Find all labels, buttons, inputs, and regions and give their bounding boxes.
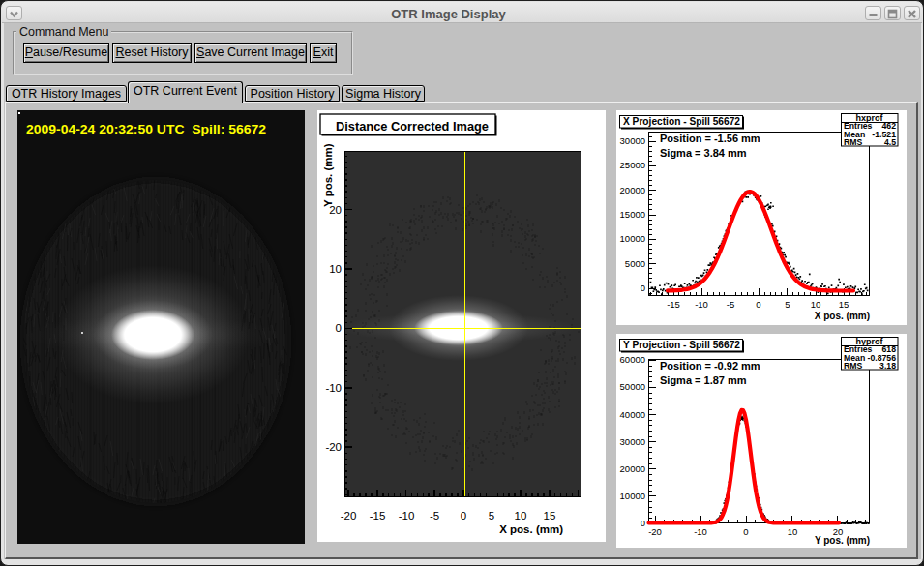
svg-text:-10: -10 [325, 382, 342, 394]
svg-text:-20: -20 [325, 441, 342, 453]
svg-text:10000: 10000 [620, 233, 645, 244]
svg-text:-15: -15 [667, 299, 680, 310]
svg-text:10: 10 [515, 510, 527, 521]
svg-text:20000: 20000 [620, 463, 645, 474]
svg-text:0: 0 [756, 299, 760, 310]
svg-text:50000: 50000 [620, 381, 645, 392]
svg-text:-20: -20 [341, 510, 357, 521]
svg-text:15000: 15000 [620, 209, 645, 220]
svg-text:5: 5 [489, 510, 494, 521]
svg-text:30000: 30000 [620, 436, 645, 447]
svg-text:60000: 60000 [620, 354, 645, 365]
svg-text:20000: 20000 [620, 185, 645, 195]
svg-text:-20: -20 [648, 526, 662, 537]
svg-text:2009-04-24 20:32:50 UTC Spill: 2009-04-24 20:32:50 UTC Spill: 56672 [26, 122, 266, 136]
svg-text:3.18: 3.18 [879, 361, 896, 371]
svg-text:15: 15 [544, 510, 556, 521]
svg-text:X pos. (mm): X pos. (mm) [499, 523, 563, 535]
svg-text:10: 10 [329, 263, 342, 275]
svg-text:-5: -5 [727, 299, 734, 310]
svg-text:Sigma = 1.87 mm: Sigma = 1.87 mm [660, 374, 747, 386]
svg-text:5: 5 [785, 299, 790, 310]
svg-text:30000: 30000 [620, 135, 645, 146]
svg-text:Position = -0.92 mm: Position = -0.92 mm [660, 360, 760, 372]
svg-text:Sigma = 3.84 mm: Sigma = 3.84 mm [660, 147, 747, 159]
svg-text:Y pos. (mm): Y pos. (mm) [322, 143, 334, 207]
svg-text:40000: 40000 [620, 409, 645, 420]
svg-text:X pos. (mm): X pos. (mm) [815, 311, 870, 321]
svg-text:RMS: RMS [844, 137, 863, 147]
svg-text:-5: -5 [430, 510, 439, 521]
svg-text:RMS: RMS [844, 361, 863, 371]
svg-text:-10: -10 [399, 510, 415, 521]
svg-text:4.5: 4.5 [884, 137, 896, 147]
svg-text:-10: -10 [694, 526, 707, 537]
svg-text:0: 0 [336, 322, 342, 334]
svg-text:-10: -10 [695, 299, 708, 310]
svg-text:Y pos. (mm): Y pos. (mm) [815, 535, 870, 546]
svg-text:15: 15 [839, 299, 849, 310]
svg-text:0: 0 [641, 518, 645, 528]
svg-text:Position = -1.56 mm: Position = -1.56 mm [660, 133, 760, 144]
svg-text:0: 0 [461, 510, 466, 521]
svg-text:Y Projection - Spill 56672: Y Projection - Spill 56672 [623, 339, 740, 350]
svg-text:25000: 25000 [620, 160, 645, 170]
svg-text:10000: 10000 [620, 491, 645, 501]
svg-text:0: 0 [641, 283, 645, 293]
svg-text:10: 10 [811, 299, 821, 310]
svg-text:X Projection - Spill 56672: X Projection - Spill 56672 [623, 115, 740, 127]
svg-text:Distance Corrected Image: Distance Corrected Image [336, 120, 489, 134]
svg-text:5000: 5000 [625, 258, 645, 269]
svg-text:-15: -15 [370, 510, 386, 521]
svg-text:10: 10 [788, 526, 798, 537]
svg-text:0: 0 [743, 526, 748, 537]
